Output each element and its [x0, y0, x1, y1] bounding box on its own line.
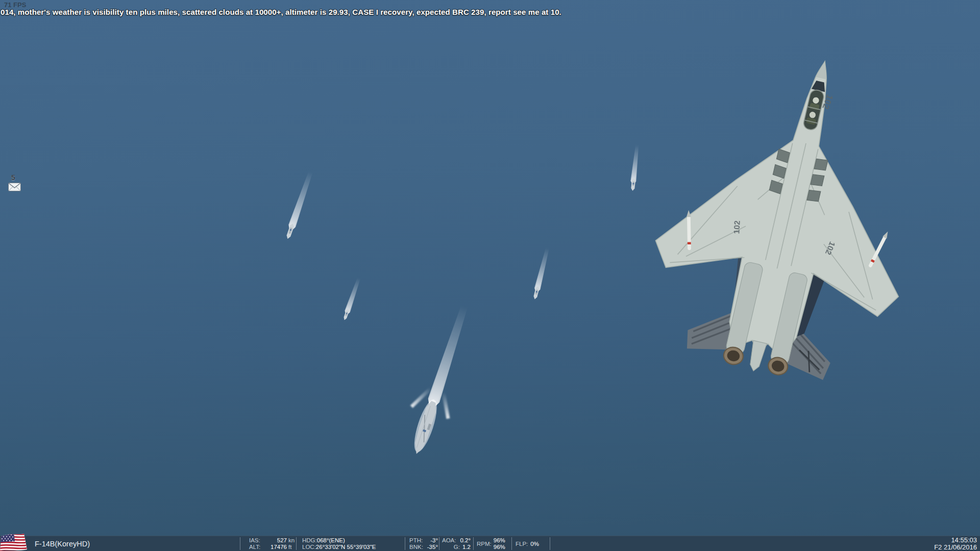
alt-label: ALT:	[249, 544, 265, 550]
envelope-icon[interactable]	[8, 183, 21, 191]
flp-label: FLP:	[516, 541, 528, 547]
aoa-label: AOA:	[442, 537, 456, 543]
hdg-value: 068°(ENE)	[317, 537, 345, 543]
mission-time: 14:55:03	[951, 537, 977, 543]
g-label: G:	[454, 544, 460, 550]
flp-value: 0%	[530, 541, 539, 547]
player-aircraft-f14: 102 102 102	[606, 12, 973, 413]
escort-ship-wake	[286, 168, 315, 233]
carrier-wake-trail	[424, 300, 472, 413]
loc-label: LOC:	[302, 544, 316, 550]
mission-clock: 14:55:03 F2 21/06/2016	[934, 536, 977, 551]
statusbar-divider	[439, 537, 439, 550]
radome	[816, 60, 830, 79]
escort-ship-wake	[343, 276, 362, 316]
escort-ship-wake	[630, 143, 641, 186]
pth-value: -3°	[427, 537, 438, 543]
escort-ship	[342, 308, 350, 320]
status-bar: F-14B(KoreyHD) IAS: 527 kn ALT: 17476 ft…	[0, 536, 980, 551]
alt-unit: ft	[288, 544, 291, 550]
rpm-readout: RPM: 96% 96%	[477, 536, 505, 551]
escort-ship	[532, 285, 540, 299]
message-count: 5	[2, 173, 24, 182]
heading-location-readout: HDG: 068°(ENE) LOC: 26°33'02"N 55°39'03"…	[302, 536, 376, 551]
us-flag-icon	[0, 533, 30, 551]
message-indicator[interactable]: 5	[4, 173, 24, 191]
ias-value: 527	[265, 537, 287, 543]
statusbar-divider	[405, 537, 405, 550]
flaps-readout: FLP: 0%	[516, 536, 539, 551]
ias-unit: kn	[288, 537, 295, 543]
view-and-date: F2 21/06/2016	[934, 544, 977, 550]
escort-ship	[285, 222, 296, 240]
ias-label: IAS:	[249, 537, 265, 543]
glove-number: 102	[732, 220, 741, 234]
statusbar-divider	[296, 537, 297, 550]
pth-label: PTH:	[409, 537, 427, 543]
bnk-label: BNK:	[409, 544, 427, 550]
escort-ship	[630, 178, 636, 191]
pitch-bank-readout: PTH: -3° BNK: -35°	[409, 536, 438, 551]
rpm-value-left: 96%	[494, 537, 505, 543]
hdg-label: HDG:	[302, 537, 317, 543]
g-value: 1.2	[462, 544, 471, 550]
statusbar-divider	[473, 537, 474, 550]
rpm-value-right: 96%	[494, 544, 505, 550]
aoa-value: 0.2°	[460, 537, 471, 543]
bnk-value: -35°	[427, 544, 438, 550]
radio-message: 014, mother's weather is visibility ten …	[1, 8, 980, 16]
escort-ship-wake	[533, 245, 551, 294]
statusbar-divider	[550, 537, 550, 550]
alt-value: 17476	[265, 544, 287, 550]
loc-value: 26°33'02"N 55°39'03"E	[316, 544, 376, 550]
carrier-bow-spray	[442, 392, 450, 419]
aircraft-carrier-wake	[424, 300, 472, 413]
statusbar-divider	[511, 537, 512, 550]
statusbar-divider	[240, 537, 240, 550]
speed-altitude-readout: IAS: 527 kn ALT: 17476 ft	[249, 536, 295, 551]
player-aircraft-name: F-14B(KoreyHD)	[35, 536, 90, 551]
aoa-g-readout: AOA: 0.2° G: 1.2	[442, 536, 471, 551]
rpm-label: RPM:	[477, 541, 492, 547]
